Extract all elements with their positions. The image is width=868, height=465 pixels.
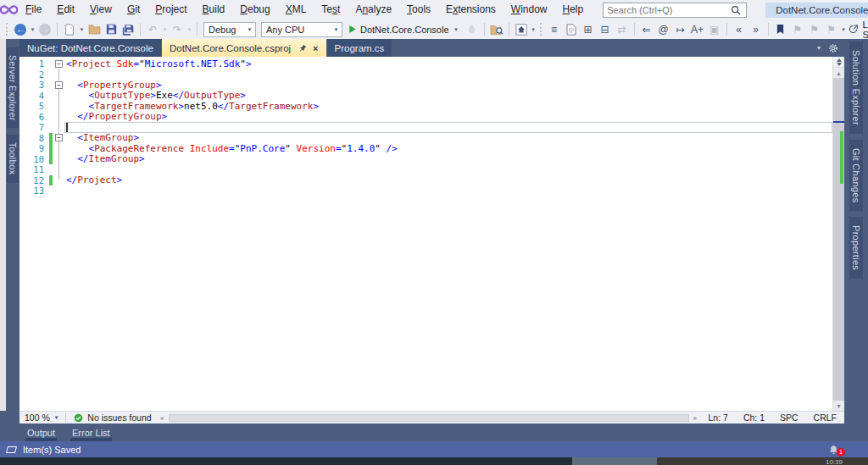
code-text[interactable] <box>64 185 832 197</box>
toggle-bookmark-icon[interactable] <box>772 21 789 38</box>
menu-help[interactable]: Help <box>555 0 592 19</box>
line-number[interactable]: 9 <box>19 143 48 153</box>
menu-tools[interactable]: Tools <box>399 0 438 19</box>
menu-extensions[interactable]: Extensions <box>438 0 504 19</box>
menu-file[interactable]: File <box>18 0 49 19</box>
solution-platforms-dropdown[interactable]: Any CPU▾ <box>261 22 342 37</box>
code-text[interactable]: <TargetFramework>net5.0</TargetFramework… <box>64 101 832 112</box>
line-number[interactable]: 11 <box>19 164 48 174</box>
line-number[interactable]: 8 <box>19 133 48 143</box>
rail-tab-toolbox[interactable]: Toolbox <box>7 135 19 182</box>
find-in-files-icon[interactable] <box>488 21 505 38</box>
menu-xml[interactable]: XML <box>278 0 314 19</box>
decrease-indent-icon[interactable]: « <box>731 21 748 38</box>
code-text[interactable]: <PropertyGroup> <box>64 80 832 91</box>
search-box[interactable] <box>603 3 747 18</box>
dropdown-caret-icon[interactable]: ▾ <box>453 26 460 33</box>
new-project-icon[interactable] <box>61 21 78 38</box>
line-number[interactable]: 6 <box>19 112 48 122</box>
zoom-control[interactable]: 100 % ▾ <box>19 412 63 423</box>
menu-build[interactable]: Build <box>195 0 233 19</box>
start-debugging-button[interactable]: DotNet.Core.Console▾ <box>345 25 464 35</box>
dropdown-caret-icon[interactable]: ▾ <box>78 26 86 33</box>
find-symbol-icon[interactable]: @ <box>655 21 672 38</box>
line-number[interactable]: 10 <box>19 154 48 164</box>
code-line[interactable]: 1−<Project Sdk="Microsoft.NET.Sdk"> <box>19 58 832 69</box>
menu-debug[interactable]: Debug <box>232 0 277 19</box>
menu-view[interactable]: View <box>82 0 120 19</box>
pin-tab-icon[interactable] <box>299 44 307 52</box>
save-icon[interactable] <box>103 21 120 38</box>
fold-collapse-button[interactable]: − <box>55 60 63 68</box>
code-line[interactable]: 8− <ItemGroup> <box>19 133 832 144</box>
menu-window[interactable]: Window <box>504 0 555 19</box>
hscroll-left-arrow[interactable]: ◂ <box>157 414 167 422</box>
save-all-icon[interactable] <box>120 21 136 38</box>
line-number[interactable]: 12 <box>19 175 48 185</box>
code-line[interactable]: 4 <OutputType>Exe</OutputType> <box>19 91 832 102</box>
tab-dotnet.core.console.csproj[interactable]: DotNet.Core.Console.csproj× <box>162 39 326 57</box>
code-line[interactable]: 5 <TargetFramework>net5.0</TargetFramewo… <box>19 101 832 112</box>
dropdown-caret-icon[interactable]: ▾ <box>530 26 537 33</box>
scroll-up-arrow[interactable]: ▲ <box>833 68 844 78</box>
code-line[interactable]: 10 </ItemGroup> <box>19 154 832 165</box>
menu-git[interactable]: Git <box>120 0 147 19</box>
fold-collapse-button[interactable]: − <box>55 134 63 141</box>
close-tab-icon[interactable]: × <box>313 43 318 53</box>
panel-tab-output[interactable]: Output <box>25 423 57 441</box>
code-line[interactable]: 12</Project> <box>19 175 832 186</box>
menu-edit[interactable]: Edit <box>49 0 82 19</box>
startup-project-icon[interactable] <box>513 21 530 38</box>
toolbar-grip-handle[interactable] <box>540 23 543 36</box>
menu-test[interactable]: Test <box>314 0 348 19</box>
code-text[interactable]: </ItemGroup> <box>64 154 832 165</box>
split-window-handle[interactable] <box>833 57 844 68</box>
horizontal-scrollbar[interactable] <box>169 414 689 422</box>
line-number[interactable]: 5 <box>19 101 48 111</box>
tab-program.cs[interactable]: Program.cs <box>327 39 392 57</box>
increase-indent-icon[interactable]: » <box>748 21 765 38</box>
code-text[interactable]: <Project Sdk="Microsoft.NET.Sdk"> <box>64 58 832 69</box>
xslt-profiler-icon[interactable]: ⊟ <box>597 21 614 38</box>
code-line[interactable]: 6 </PropertyGroup> <box>19 112 832 123</box>
code-text[interactable]: </PropertyGroup> <box>64 112 832 123</box>
line-number[interactable]: 3 <box>19 80 48 90</box>
panel-tab-error-list[interactable]: Error List <box>70 423 112 441</box>
rail-tab-properties[interactable]: Properties <box>849 217 863 279</box>
dropdown-caret-icon[interactable]: ▾ <box>29 26 36 33</box>
scrollbar-track[interactable] <box>833 78 844 401</box>
code-text[interactable] <box>64 164 832 175</box>
menu-analyze[interactable]: Analyze <box>348 0 399 19</box>
dropdown-caret-icon[interactable]: ▾ <box>840 26 848 33</box>
go-to-line-icon[interactable]: ↦ <box>672 21 689 38</box>
hscroll-right-arrow[interactable]: ▸ <box>691 414 701 422</box>
format-document-icon[interactable]: A+ <box>689 21 706 38</box>
code-line[interactable]: 3− <PropertyGroup> <box>19 80 832 91</box>
code-line[interactable]: 13 <box>19 185 832 197</box>
rail-tab-solution-explorer[interactable]: Solution Explorer <box>849 42 863 134</box>
rail-tab-git-changes[interactable]: Git Changes <box>849 140 863 211</box>
line-number[interactable]: 7 <box>19 122 48 132</box>
vertical-scrollbar[interactable]: ▲ ▼ <box>832 57 844 411</box>
tab-nuget-dotnet.core.console[interactable]: NuGet: DotNet.Core.Console <box>19 39 161 57</box>
line-number[interactable]: 2 <box>19 69 48 80</box>
live-share-button[interactable]: Live Share <box>848 19 868 40</box>
active-files-dropdown-icon[interactable]: ▾ <box>817 44 821 52</box>
navigate-backward-icon[interactable]: ← <box>12 21 29 38</box>
document-health-indicator[interactable]: No issues found <box>69 412 156 423</box>
space-mode-indicator[interactable]: SPC <box>772 412 806 423</box>
code-text[interactable]: </Project> <box>64 175 832 186</box>
code-editor[interactable]: 1−<Project Sdk="Microsoft.NET.Sdk">23− <… <box>19 57 844 411</box>
document-outline-icon[interactable]: ≡ <box>546 21 563 38</box>
toolbar-grip-handle[interactable] <box>6 23 9 36</box>
xml-document-icon[interactable] <box>563 21 580 38</box>
code-text[interactable]: <PackageReference Include="PnP.Core" Ver… <box>64 143 832 154</box>
code-text[interactable] <box>64 122 832 133</box>
rail-tab-server-explorer[interactable]: Server Explorer <box>7 47 19 128</box>
fold-collapse-button[interactable]: − <box>55 81 63 89</box>
menu-project[interactable]: Project <box>147 0 194 19</box>
line-number[interactable]: 4 <box>19 91 48 101</box>
code-text[interactable]: <ItemGroup> <box>64 133 832 144</box>
scroll-down-arrow[interactable]: ▼ <box>833 401 844 411</box>
line-ending-indicator[interactable]: CRLF <box>806 412 844 423</box>
